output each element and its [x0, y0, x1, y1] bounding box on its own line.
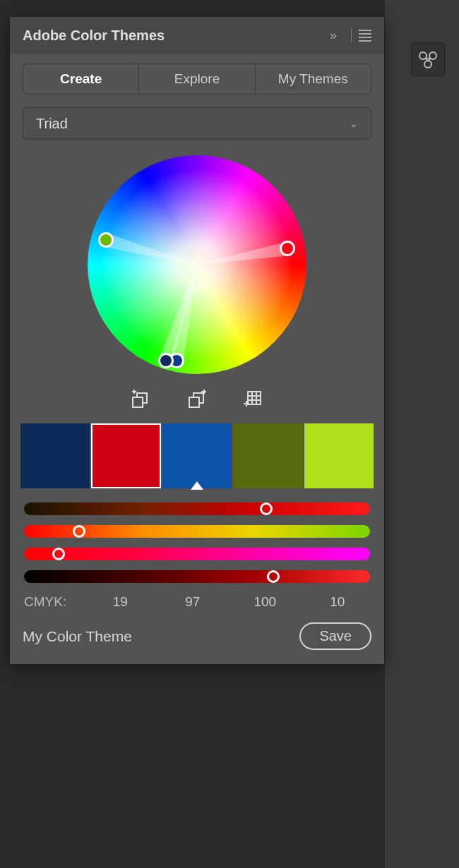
- color-slider[interactable]: [24, 570, 370, 583]
- slider-thumb[interactable]: [267, 570, 280, 583]
- svg-marker-3: [105, 234, 199, 272]
- svg-rect-10: [189, 397, 199, 407]
- chevron-down-icon: ⌄: [350, 118, 358, 129]
- swatch[interactable]: [304, 423, 374, 488]
- swatch[interactable]: [162, 423, 232, 488]
- set-active-from-swatch-icon[interactable]: [130, 388, 151, 409]
- svg-marker-4: [196, 242, 289, 272]
- svg-rect-8: [133, 397, 143, 407]
- svg-point-2: [424, 61, 431, 68]
- wheel-handle[interactable]: [280, 241, 295, 256]
- app-side-strip: [385, 0, 459, 868]
- slider-thumb[interactable]: [73, 525, 85, 538]
- cmyk-y[interactable]: 100: [232, 594, 298, 610]
- set-swatch-from-active-icon[interactable]: [186, 388, 208, 409]
- color-slider[interactable]: [24, 548, 370, 560]
- color-themes-tool-icon[interactable]: [411, 42, 445, 76]
- cmyk-label: CMYK:: [24, 594, 81, 610]
- panel-body: Create Explore My Themes Triad ⌄: [10, 54, 384, 664]
- slider-thumb[interactable]: [52, 548, 65, 560]
- harmony-rule-select[interactable]: Triad ⌄: [23, 107, 371, 140]
- panel-title: Adobe Color Themes: [23, 28, 330, 44]
- cmyk-m[interactable]: 97: [160, 594, 226, 610]
- tab-create[interactable]: Create: [23, 64, 139, 94]
- save-button[interactable]: Save: [299, 622, 371, 650]
- wheel-wedge: [175, 265, 197, 368]
- wheel-handle[interactable]: [158, 353, 174, 368]
- color-slider[interactable]: [24, 502, 370, 515]
- panel-menu-icon[interactable]: [359, 30, 371, 42]
- swatch[interactable]: [20, 423, 90, 488]
- tab-explore[interactable]: Explore: [139, 64, 255, 94]
- color-sliders: [24, 502, 370, 583]
- swatch[interactable]: [91, 423, 160, 488]
- harmony-rule-value: Triad: [36, 116, 68, 132]
- wheel-handle[interactable]: [98, 232, 114, 248]
- color-slider[interactable]: [24, 525, 370, 538]
- panel-footer: My Color Theme Save: [23, 622, 371, 650]
- header-divider: [351, 28, 352, 42]
- add-to-swatches-icon[interactable]: [243, 388, 264, 409]
- swatch-row: [20, 423, 374, 488]
- color-themes-panel: Adobe Color Themes » Create Explore My T…: [10, 17, 384, 664]
- cmyk-row: CMYK: 19 97 100 10: [24, 594, 370, 610]
- panel-header: Adobe Color Themes »: [10, 17, 384, 54]
- swatch[interactable]: [233, 423, 302, 488]
- svg-marker-6: [159, 263, 203, 363]
- swatch-tools: [23, 381, 371, 416]
- cmyk-k[interactable]: 10: [305, 594, 371, 610]
- base-color-marker: [191, 481, 203, 490]
- slider-thumb[interactable]: [260, 502, 273, 515]
- color-wheel[interactable]: [88, 155, 306, 374]
- tab-my-themes[interactable]: My Themes: [256, 64, 371, 94]
- theme-name-field[interactable]: My Color Theme: [23, 628, 290, 645]
- color-wheel-area: [23, 150, 371, 381]
- cmyk-c[interactable]: 19: [88, 594, 153, 610]
- collapse-icon[interactable]: »: [330, 28, 337, 43]
- tabs: Create Explore My Themes: [23, 64, 371, 95]
- wheel-wedge: [165, 265, 197, 366]
- svg-marker-5: [169, 263, 204, 363]
